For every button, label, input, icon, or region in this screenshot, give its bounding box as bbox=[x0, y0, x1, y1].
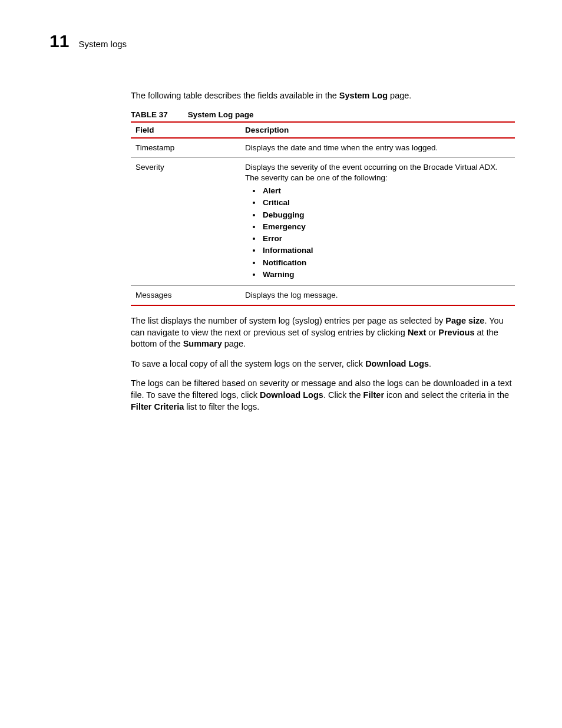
bold-previous: Previous bbox=[438, 328, 474, 337]
bold-next: Next bbox=[408, 328, 426, 337]
text: or bbox=[426, 328, 438, 337]
table-row: Severity Displays the severity of the ev… bbox=[131, 157, 515, 285]
intro-text-post: page. bbox=[388, 91, 411, 100]
bold-pagesize: Page size bbox=[445, 316, 484, 325]
cell-field: Severity bbox=[131, 157, 240, 285]
table-header-row: Field Description bbox=[131, 122, 515, 138]
text: The list displays the number of system l… bbox=[131, 316, 445, 325]
cell-field: Timestamp bbox=[131, 138, 240, 158]
chapter-title: System logs bbox=[78, 39, 127, 49]
col-header-description: Description bbox=[240, 122, 515, 138]
table-title: System Log page bbox=[188, 110, 254, 119]
text: icon and select the criteria in the bbox=[384, 390, 509, 400]
table-number: TABLE 37 bbox=[131, 110, 168, 119]
bold-download-logs: Download Logs bbox=[365, 359, 429, 368]
text: To save a local copy of all the system l… bbox=[131, 359, 365, 368]
cell-description: Displays the log message. bbox=[240, 285, 515, 305]
list-item: Error bbox=[262, 233, 511, 245]
intro-text-pre: The following table describes the fields… bbox=[131, 91, 339, 100]
list-item: Informational bbox=[262, 245, 511, 257]
list-item: Alert bbox=[262, 186, 511, 197]
content-area: The following table describes the fields… bbox=[131, 90, 515, 413]
text: . bbox=[429, 359, 431, 368]
page-header: 11 System logs bbox=[49, 32, 515, 50]
bold-filter-criteria: Filter Criteria bbox=[131, 402, 184, 411]
fields-table: Field Description Timestamp Displays the… bbox=[131, 121, 515, 307]
list-item: Emergency bbox=[262, 222, 511, 233]
chapter-number: 11 bbox=[49, 32, 69, 50]
text: . Click the bbox=[323, 390, 363, 400]
list-item: Warning bbox=[262, 269, 511, 281]
list-item: Notification bbox=[262, 258, 511, 269]
cell-description: Displays the date and time when the entr… bbox=[240, 138, 515, 158]
bold-filter: Filter bbox=[363, 390, 384, 400]
list-item: Debugging bbox=[262, 210, 511, 222]
paragraph-filter: The logs can be filtered based on severi… bbox=[131, 378, 515, 413]
intro-bold: System Log bbox=[339, 91, 388, 100]
table-row: Messages Displays the log message. bbox=[131, 285, 515, 305]
col-header-field: Field bbox=[131, 122, 240, 138]
intro-paragraph: The following table describes the fields… bbox=[131, 90, 515, 102]
list-item: Critical bbox=[262, 197, 511, 209]
page: 11 System logs The following table descr… bbox=[0, 0, 562, 728]
cell-description: Displays the severity of the event occur… bbox=[240, 157, 515, 285]
bold-summary: Summary bbox=[183, 339, 222, 348]
cell-field: Messages bbox=[131, 285, 240, 305]
bold-download-logs: Download Logs bbox=[260, 390, 323, 400]
table-row: Timestamp Displays the date and time whe… bbox=[131, 138, 515, 158]
paragraph-download: To save a local copy of all the system l… bbox=[131, 358, 515, 370]
table-caption: TABLE 37System Log page bbox=[131, 110, 515, 119]
text: page. bbox=[222, 339, 246, 348]
text: list to filter the logs. bbox=[184, 402, 259, 411]
severity-desc-text: Displays the severity of the event occur… bbox=[245, 163, 498, 182]
severity-list: Alert Critical Debugging Emergency Error… bbox=[245, 186, 511, 281]
paragraph-pagesize: The list displays the number of system l… bbox=[131, 315, 515, 350]
